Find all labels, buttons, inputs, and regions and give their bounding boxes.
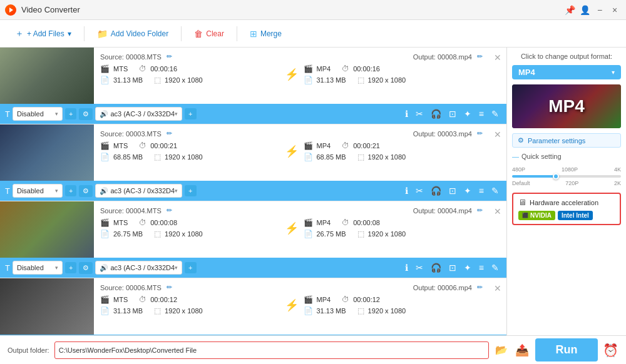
run-button[interactable]: Run bbox=[535, 338, 598, 361]
divider-2 bbox=[181, 26, 182, 41]
file-control-bar: T Disabled ▾ + ⚙ 🔊 ac3 (AC-3 / 0x332D4 ▾… bbox=[0, 258, 506, 278]
file-info: Source: 00003.MTS ✏ Output: 00003.mp4 ✏ … bbox=[94, 124, 489, 181]
clock-icon: ⏱ bbox=[139, 141, 146, 150]
format-preview: MP4 bbox=[512, 84, 621, 128]
app-title: Video Converter bbox=[21, 5, 558, 14]
quality-top-labels: 480P 1080P 4K bbox=[512, 166, 621, 173]
remove-file-button[interactable]: ✕ bbox=[489, 127, 506, 142]
export-button[interactable]: 📤 bbox=[514, 342, 530, 358]
effect-button[interactable]: ✦ bbox=[461, 108, 474, 120]
add-audio-button[interactable]: + bbox=[185, 262, 196, 273]
dash-icon: — bbox=[512, 153, 519, 160]
video-icon: 🎬 bbox=[100, 141, 110, 150]
format-selector[interactable]: MP4 ▾ bbox=[512, 65, 621, 79]
edit-icon[interactable]: ✏ bbox=[167, 283, 172, 291]
info-button[interactable]: ℹ bbox=[403, 185, 411, 197]
watermark-button[interactable]: ≡ bbox=[476, 185, 486, 197]
out-video-icon: 🎬 bbox=[304, 141, 313, 150]
subtitle-dropdown[interactable]: Disabled ▾ bbox=[13, 107, 63, 121]
remove-file-button[interactable]: ✕ bbox=[489, 281, 506, 296]
output-edit-icon[interactable]: ✏ bbox=[477, 283, 483, 291]
edit-icon[interactable]: ✏ bbox=[167, 129, 172, 138]
headphone-button[interactable]: 🎧 bbox=[428, 261, 444, 274]
crop-button[interactable]: ⊡ bbox=[446, 108, 459, 120]
add-subtitle-button[interactable]: + bbox=[65, 108, 76, 119]
alarm-button[interactable]: ⏰ bbox=[603, 343, 618, 358]
merge-icon: ⊞ bbox=[250, 29, 257, 39]
add-subtitle-button[interactable]: + bbox=[65, 262, 76, 273]
merge-button[interactable]: ⊞ Merge bbox=[242, 25, 289, 43]
subtitle-settings-button[interactable]: ⚙ bbox=[79, 185, 93, 197]
output-details: 🎬 MP4 ⏱ 00:00:16 📄 31.13 MB ⬚ 1920 x 108… bbox=[304, 64, 483, 84]
output-label: Output: 00003.mp4 bbox=[413, 130, 472, 138]
main-content: Source: 00008.MTS ✏ Output: 00008.mp4 ✏ … bbox=[0, 48, 626, 335]
add-files-dropdown-icon[interactable]: ▾ bbox=[68, 29, 71, 38]
nvidia-badge[interactable]: ⬛ NVIDIA bbox=[518, 211, 555, 220]
add-subtitle-button[interactable]: + bbox=[65, 185, 76, 196]
headphone-button[interactable]: 🎧 bbox=[428, 108, 444, 120]
slider-thumb[interactable] bbox=[553, 173, 559, 179]
info-button[interactable]: ℹ bbox=[403, 261, 411, 274]
add-folder-label: Add Video Folder bbox=[111, 29, 169, 38]
cut-button[interactable]: ✂ bbox=[413, 261, 426, 274]
audio-dropdown[interactable]: 🔊 ac3 (AC-3 / 0x332D4 ▾ bbox=[95, 261, 182, 275]
crop-button[interactable]: ⊡ bbox=[446, 185, 459, 197]
effect-button[interactable]: ✦ bbox=[461, 185, 474, 197]
add-audio-button[interactable]: + bbox=[185, 108, 196, 119]
add-files-button[interactable]: ＋ + Add Files ▾ bbox=[8, 24, 79, 43]
watermark-button[interactable]: ≡ bbox=[476, 108, 486, 120]
title-bar: Video Converter 📌 👤 − × bbox=[0, 0, 626, 20]
edit-icon[interactable]: ✏ bbox=[167, 206, 172, 215]
clear-button[interactable]: 🗑 Clear bbox=[187, 25, 232, 43]
subtitle-text-button[interactable]: ✎ bbox=[489, 108, 501, 120]
add-folder-button[interactable]: 📁 Add Video Folder bbox=[90, 25, 177, 43]
audio-dropdown-arrow: ▾ bbox=[175, 111, 178, 117]
close-button[interactable]: × bbox=[608, 4, 621, 16]
crop-button[interactable]: ⊡ bbox=[446, 261, 459, 274]
output-edit-icon[interactable]: ✏ bbox=[477, 129, 483, 138]
remove-file-button[interactable]: ✕ bbox=[489, 50, 506, 65]
res-icon: ⬚ bbox=[154, 230, 161, 238]
subtitle-dropdown[interactable]: Disabled ▾ bbox=[13, 261, 63, 275]
file-icon: 📄 bbox=[100, 153, 110, 161]
audio-dropdown[interactable]: 🔊 ac3 (AC-3 / 0x332D4 ▾ bbox=[95, 107, 182, 121]
audio-dropdown[interactable]: 🔊 ac3 (AC-3 / 0x332D4 ▾ bbox=[95, 184, 182, 198]
quality-slider[interactable]: 480P 1080P 4K Default 720P 2K bbox=[512, 165, 621, 188]
quality-bottom-labels: Default 720P 2K bbox=[512, 180, 621, 186]
remove-file-button[interactable]: ✕ bbox=[489, 204, 506, 219]
out-file-icon: 📄 bbox=[304, 230, 313, 238]
browse-folder-button[interactable]: 📂 bbox=[494, 343, 509, 357]
subtitle-text-button[interactable]: ✎ bbox=[489, 185, 501, 197]
cut-button[interactable]: ✂ bbox=[413, 108, 426, 120]
format-name: MP4 bbox=[518, 68, 535, 77]
source-label: Source: 00008.MTS bbox=[100, 53, 162, 61]
minimize-button[interactable]: − bbox=[593, 4, 606, 16]
subtitle-dropdown[interactable]: Disabled ▾ bbox=[13, 184, 63, 198]
parameter-settings-button[interactable]: ⚙ Parameter settings bbox=[512, 133, 621, 148]
subtitle-dropdown-arrow: ▾ bbox=[55, 265, 58, 271]
cut-button[interactable]: ✂ bbox=[413, 185, 426, 197]
output-folder-input[interactable] bbox=[54, 341, 489, 359]
output-edit-icon[interactable]: ✏ bbox=[477, 53, 483, 61]
effect-button[interactable]: ✦ bbox=[461, 261, 474, 274]
app-icon bbox=[5, 4, 16, 16]
merge-label: Merge bbox=[260, 29, 282, 38]
file-row: Source: 00003.MTS ✏ Output: 00003.mp4 ✏ … bbox=[0, 124, 506, 181]
subtitle-settings-button[interactable]: ⚙ bbox=[79, 108, 93, 120]
convert-arrow: ⚡ bbox=[285, 68, 299, 81]
user-icon[interactable]: 👤 bbox=[578, 4, 591, 16]
output-edit-icon[interactable]: ✏ bbox=[477, 206, 483, 215]
info-button[interactable]: ℹ bbox=[403, 108, 411, 120]
file-row: Source: 00004.MTS ✏ Output: 00004.mp4 ✏ … bbox=[0, 201, 506, 258]
add-audio-button[interactable]: + bbox=[185, 185, 196, 196]
subtitle-text-button[interactable]: ✎ bbox=[489, 261, 501, 274]
slider-track[interactable] bbox=[512, 175, 621, 178]
out-video-icon: 🎬 bbox=[304, 218, 313, 227]
pin-icon[interactable]: 📌 bbox=[563, 4, 576, 16]
out-clock-icon: ⏱ bbox=[342, 295, 349, 304]
intel-badge[interactable]: Intel Intel bbox=[558, 211, 593, 220]
headphone-button[interactable]: 🎧 bbox=[428, 185, 444, 197]
watermark-button[interactable]: ≡ bbox=[476, 261, 486, 274]
edit-icon[interactable]: ✏ bbox=[167, 53, 172, 61]
subtitle-settings-button[interactable]: ⚙ bbox=[79, 262, 93, 274]
